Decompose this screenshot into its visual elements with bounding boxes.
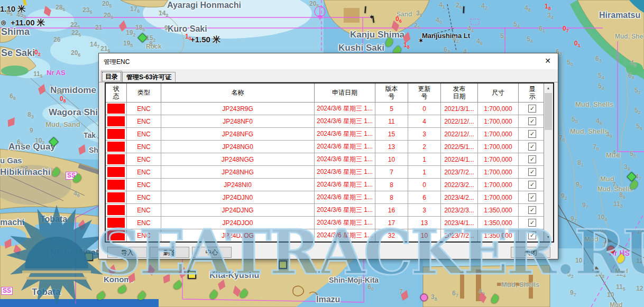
table-cell: ENC <box>127 103 161 115</box>
status-cell <box>106 128 127 140</box>
column-header[interactable]: 版本 号 <box>375 83 408 102</box>
table-row[interactable]: ENCJP243R9G2024/3/6 星期三 1...502021/3/1..… <box>106 103 553 115</box>
status-cell <box>106 191 127 203</box>
ecdis-screen: Ayaragi HonmachiKuro SakiKanju ShimaKush… <box>0 0 644 307</box>
table-cell: JP248NGG <box>161 153 315 165</box>
table-row[interactable]: ENCJP24DJN02024/3/6 星期三 1...862023/4/2..… <box>106 191 553 204</box>
table-cell: 2022/12/... <box>441 115 478 127</box>
table-cell: JP248NFG <box>161 128 315 140</box>
table-cell: 2024/3/6 星期三 1... <box>315 242 375 243</box>
display-checkbox[interactable]: ✓ <box>528 231 536 239</box>
display-checkbox[interactable]: ✓ <box>528 143 536 151</box>
table-cell: 1:700,000 <box>478 103 519 115</box>
delete-button[interactable]: 删除 <box>150 247 189 258</box>
enc-table-header: 状 态类型名称申请日期版本 号更新 号发布 日期尺寸显 示 <box>106 83 553 103</box>
column-header[interactable]: 显 示 <box>519 83 546 102</box>
manage-enc-dialog: 管理ENC ✕ 目录管理S-63许可证 状 态类型名称申请日期版本 号更新 号发… <box>98 53 558 259</box>
display-cell: ✓ <box>519 115 546 127</box>
display-checkbox[interactable]: ✓ <box>528 193 536 201</box>
table-row[interactable]: ENCJP248NF02024/3/6 星期三 1...1142022/12/.… <box>106 115 553 128</box>
status-red-block <box>107 129 125 139</box>
column-header[interactable]: 类型 <box>127 83 161 102</box>
table-cell: 8 <box>375 179 408 191</box>
table-cell: 1:700,000 <box>478 141 519 153</box>
column-header[interactable]: 状 态 <box>106 83 127 102</box>
table-cell: 6 <box>408 191 441 203</box>
display-checkbox[interactable]: ✓ <box>528 206 536 214</box>
table-cell: JP24DJNG <box>161 204 315 216</box>
table-cell: 2024/3/6 星期三 1... <box>315 217 375 229</box>
table-cell: 2024/3/6 星期三 1... <box>315 141 375 153</box>
status-red-block <box>107 104 125 114</box>
table-row[interactable]: ENCJP24DJOG2024/3/6 星期三 1...32102023/7/2… <box>106 229 553 242</box>
table-row[interactable]: ENCJP24DJP02024/3/6 星期三 1...2112023/7/2.… <box>106 242 553 243</box>
table-cell: 2 <box>408 141 441 153</box>
table-cell: JP24DJP0 <box>161 242 315 243</box>
status-cell <box>106 204 127 216</box>
center-button[interactable]: 中心 <box>192 247 232 258</box>
vertical-scrollbar[interactable]: ▲ ▼ <box>544 83 553 241</box>
column-header[interactable]: 名称 <box>161 83 315 102</box>
table-cell: 2023/4/1... <box>441 217 478 229</box>
table-cell: 21 <box>375 242 408 243</box>
display-checkbox[interactable]: ✓ <box>528 117 536 125</box>
status-red-block <box>107 230 125 240</box>
table-cell: 15 <box>375 128 408 140</box>
table-row[interactable]: ENCJP24DJNG2024/3/6 星期三 1...1632023/2/3.… <box>106 204 553 217</box>
table-cell: JP24DJOG <box>161 229 315 241</box>
status-cell <box>106 179 127 191</box>
table-row[interactable]: ENCJP248NI02024/3/6 星期三 1...802022/3/2..… <box>106 179 553 191</box>
table-cell: 2022/4/1... <box>441 153 478 165</box>
scroll-down-icon[interactable]: ▼ <box>544 232 553 241</box>
column-header[interactable]: 申请日期 <box>315 83 375 102</box>
column-header[interactable]: 尺寸 <box>478 83 519 102</box>
display-checkbox[interactable]: ✓ <box>528 105 536 113</box>
column-header[interactable]: 发布 日期 <box>441 83 478 102</box>
display-cell: ✓ <box>519 191 546 203</box>
table-cell: ENC <box>127 153 161 165</box>
scroll-thumb[interactable] <box>545 93 552 130</box>
table-cell: 1:350,000 <box>478 229 519 241</box>
status-red-block <box>107 167 125 177</box>
display-checkbox[interactable]: ✓ <box>528 219 536 227</box>
display-cell: ✓ <box>519 204 546 216</box>
close-button[interactable]: 关闭 <box>511 247 550 258</box>
table-row[interactable]: ENCJP248NHG2024/3/6 星期三 1...712023/7/2..… <box>106 166 553 179</box>
dialog-titlebar[interactable]: 管理ENC ✕ <box>99 53 558 69</box>
table-cell: 2023/7/2... <box>441 166 478 178</box>
table-cell: 7 <box>375 166 408 178</box>
table-cell: 1:350,000 <box>478 217 519 229</box>
display-checkbox[interactable]: ✓ <box>528 155 536 163</box>
display-cell: ✓ <box>519 242 546 243</box>
table-cell: 1:700,000 <box>478 153 519 165</box>
table-row[interactable]: ENCJP248NGG2024/3/6 星期三 1...1012022/4/1.… <box>106 153 553 166</box>
table-cell: 2024/3/6 星期三 1... <box>315 128 375 140</box>
table-cell: 3 <box>408 128 441 140</box>
tab-catalog[interactable]: 目录 <box>101 71 122 82</box>
column-header[interactable]: 更新 号 <box>408 83 441 102</box>
display-checkbox[interactable]: ✓ <box>528 181 536 189</box>
table-cell: 2023/7/2... <box>441 229 478 241</box>
status-red-block <box>107 205 125 215</box>
display-checkbox[interactable]: ✓ <box>528 168 536 176</box>
import-button[interactable]: 导入 <box>107 247 147 258</box>
scroll-up-icon[interactable]: ▲ <box>544 83 553 92</box>
display-checkbox[interactable]: ✓ <box>528 130 536 138</box>
status-cell <box>106 229 127 241</box>
table-cell: JP248NF0 <box>161 115 315 127</box>
status-cell <box>106 217 127 229</box>
table-cell: 1 <box>408 242 441 243</box>
close-icon[interactable]: ✕ <box>541 55 555 67</box>
status-red-block <box>107 116 125 126</box>
status-red-block <box>107 192 125 202</box>
table-cell: 4 <box>408 115 441 127</box>
table-cell: JP248NG0 <box>161 141 315 153</box>
table-cell: 2024/3/6 星期三 1... <box>315 179 375 191</box>
table-row[interactable]: ENCJP248NG02024/3/6 星期三 1...1322022/5/1.… <box>106 141 553 153</box>
status-red-block <box>107 180 125 190</box>
table-cell: 1 <box>408 153 441 165</box>
table-cell: 0 <box>408 179 441 191</box>
table-row[interactable]: ENCJP24DJO02024/3/6 星期三 1...17132023/4/1… <box>106 217 553 229</box>
tab-s63-permits[interactable]: 管理S-63许可证 <box>122 72 176 82</box>
table-row[interactable]: ENCJP248NFG2024/3/6 星期三 1...1532022/12/.… <box>106 128 553 141</box>
